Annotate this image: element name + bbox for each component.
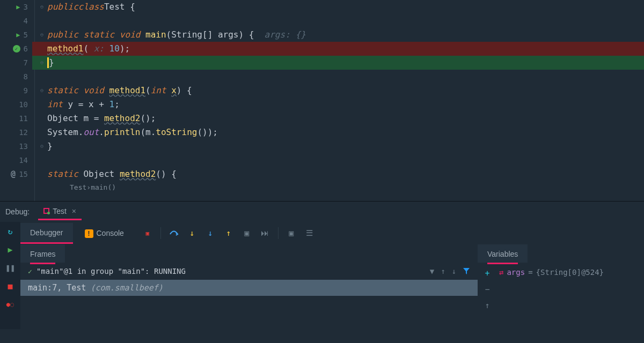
gutter-line[interactable]: 10 <box>0 98 28 111</box>
variables-title: Variables <box>478 244 528 263</box>
rerun-button[interactable]: ↻ <box>5 226 16 237</box>
code-line[interactable] <box>32 153 644 167</box>
debug-sidebar: ↻ ▶ ❚❚ ■ ●◌ <box>0 222 20 329</box>
drop-frame-button[interactable]: ▣ <box>241 228 252 238</box>
code-line[interactable]: ⊖ public static void main(String[] args)… <box>32 28 644 42</box>
fold-icon[interactable]: ⊖ <box>36 56 47 70</box>
debug-tabs: Debugger !Console ▣ ↓ ↓ ↑ ▣ ⏭ ▣ ☰ <box>20 222 644 244</box>
new-watch-button[interactable]: + <box>482 268 493 279</box>
stack-frame[interactable]: main:7, Test (com.smallbeef) <box>20 280 478 296</box>
variable-row[interactable]: ⇄ args = {String[0]@524} <box>497 263 606 329</box>
pause-button[interactable]: ❚❚ <box>5 263 16 273</box>
gutter-line[interactable]: 13 <box>0 139 28 153</box>
gutter-line[interactable]: 14 <box>0 153 28 167</box>
show-execution-point-button[interactable]: ▣ <box>142 228 153 238</box>
gutter-line[interactable]: 12 <box>0 125 28 139</box>
breakpoints-button[interactable]: ●◌ <box>5 299 16 310</box>
thread-selector[interactable]: ✓ "main"@1 in group "main": RUNNING ▼ ↑ … <box>20 263 478 280</box>
force-step-into-button[interactable]: ↓ <box>205 228 216 238</box>
app-icon <box>43 208 49 214</box>
debug-config-tab[interactable]: Test × <box>38 204 82 220</box>
run-icon[interactable]: ▶ <box>16 28 20 42</box>
breadcrumb[interactable]: Test › main() <box>32 181 644 194</box>
breakpoint-icon[interactable]: ✓ <box>13 45 20 53</box>
check-icon: ✓ <box>28 267 32 275</box>
move-up-button[interactable]: ↑ <box>482 300 493 311</box>
code-line[interactable]: ⊖ public class Test { <box>32 0 644 14</box>
override-icon: @ <box>11 167 16 181</box>
run-icon[interactable]: ▶ <box>16 0 20 14</box>
gutter-line[interactable]: 9 <box>0 84 28 98</box>
variables-section: Variables + − ↑ ⇄ args = {String[0]@524} <box>478 244 644 329</box>
next-frame-icon[interactable]: ↓ <box>452 267 456 275</box>
param-icon: ⇄ <box>499 268 503 277</box>
code-line[interactable]: int y = x + 1; <box>32 98 644 111</box>
dropdown-icon[interactable]: ▼ <box>430 267 434 275</box>
code-line[interactable] <box>32 70 644 84</box>
code-editor[interactable]: ▶3 4 ▶5 ✓6 7 8 9 10 11 12 13 14 @15 ⊖ pu… <box>0 0 644 201</box>
execution-line[interactable]: ⊖ } <box>32 56 644 70</box>
frames-section: Frames ✓ "main"@1 in group "main": RUNNI… <box>20 244 478 329</box>
fold-icon[interactable]: ⊖ <box>36 0 47 14</box>
gutter-line[interactable]: @15 <box>0 167 28 181</box>
code-line[interactable]: ⊖ static void method1(int x) { <box>32 84 644 98</box>
debug-label: Debug: <box>5 207 30 216</box>
remove-watch-button[interactable]: − <box>482 284 493 295</box>
warning-icon: ! <box>85 229 93 238</box>
frames-title: Frames <box>20 244 65 263</box>
gutter-line[interactable]: ▶3 <box>0 0 28 14</box>
code-line[interactable]: System.out.println(m.toString()); <box>32 125 644 139</box>
prev-frame-icon[interactable]: ↑ <box>441 267 445 275</box>
debug-panel: Debug: Test × ↻ ▶ ❚❚ ■ ●◌ Debugger !Cons… <box>0 201 644 329</box>
fold-icon[interactable]: ⊖ <box>36 84 47 98</box>
code-line[interactable]: ⊖ } <box>32 139 644 153</box>
code-line[interactable]: static Object method2() { <box>32 167 644 181</box>
gutter-line[interactable]: 8 <box>0 70 28 84</box>
fold-icon[interactable]: ⊖ <box>36 139 47 153</box>
run-to-cursor-button[interactable]: ⏭ <box>260 228 270 238</box>
gutter-line[interactable]: 4 <box>0 14 28 28</box>
stop-button[interactable]: ■ <box>5 281 16 292</box>
code-area[interactable]: ⊖ public class Test { ⊖ public static vo… <box>32 0 644 201</box>
resume-button[interactable]: ▶ <box>5 244 16 255</box>
debug-header: Debug: Test × <box>0 202 644 222</box>
debugger-tab[interactable]: Debugger <box>20 223 73 244</box>
gutter-line[interactable]: 11 <box>0 111 28 125</box>
evaluate-expression-button[interactable]: ▣ <box>286 228 297 238</box>
gutter: ▶3 4 ▶5 ✓6 7 8 9 10 11 12 13 14 @15 <box>0 0 32 201</box>
gutter-line[interactable]: 7 <box>0 56 28 70</box>
fold-icon[interactable]: ⊖ <box>36 28 47 42</box>
trace-button[interactable]: ☰ <box>304 228 315 238</box>
step-out-button[interactable]: ↑ <box>223 228 234 238</box>
filter-icon[interactable] <box>463 267 470 275</box>
gutter-line[interactable]: ▶5 <box>0 28 28 42</box>
step-into-button[interactable]: ↓ <box>187 228 197 238</box>
breakpoint-line[interactable]: method1( x: 10); <box>32 42 644 56</box>
step-over-button[interactable] <box>169 228 179 238</box>
console-tab[interactable]: !Console <box>75 223 134 243</box>
gutter-line[interactable]: ✓6 <box>0 42 28 56</box>
code-line[interactable] <box>32 14 644 28</box>
close-icon[interactable]: × <box>72 207 76 215</box>
code-line[interactable]: Object m = method2(); <box>32 111 644 125</box>
